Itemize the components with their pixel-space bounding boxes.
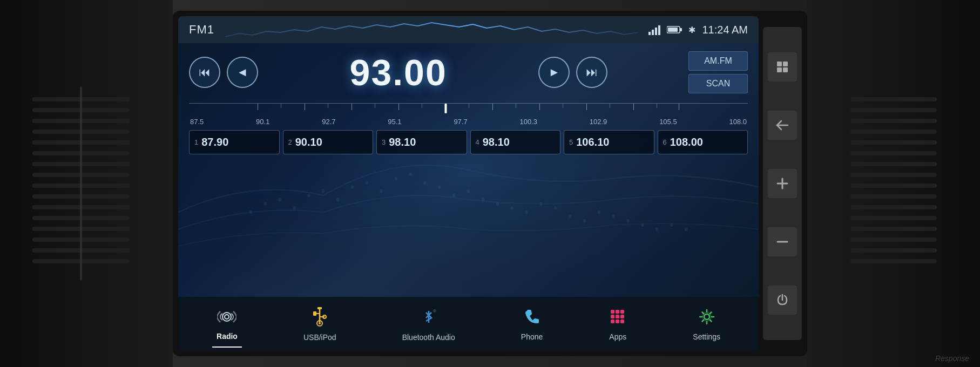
preset-1-num: 1 xyxy=(192,138,198,146)
svg-line-119 xyxy=(702,320,704,322)
playback-controls: ⏮ ◄ 93.00 ► ⏭ AM.FM SCAN xyxy=(189,51,748,93)
preset-2-num: 2 xyxy=(286,138,292,146)
power-button[interactable] xyxy=(768,286,797,315)
bluetooth-status-icon: ✱ xyxy=(688,25,695,35)
svg-rect-34 xyxy=(680,28,682,31)
svg-line-117 xyxy=(709,320,711,322)
svg-point-65 xyxy=(655,228,658,231)
preset-3[interactable]: 3 98.10 xyxy=(376,130,467,154)
nav-apps[interactable]: Apps xyxy=(600,305,635,344)
svg-rect-120 xyxy=(777,62,782,66)
nav-usb[interactable]: USB/iPod xyxy=(295,304,344,344)
back-button[interactable] xyxy=(768,111,797,140)
bottom-navigation: Radio xyxy=(178,297,759,351)
phone-icon xyxy=(523,308,541,330)
volume-up-button[interactable] xyxy=(768,169,797,198)
svg-rect-30 xyxy=(850,237,937,242)
usb-icon xyxy=(312,307,328,330)
previous-button[interactable]: ◄ xyxy=(227,57,258,88)
svg-rect-25 xyxy=(850,184,937,188)
freq-marker-3: 95.1 xyxy=(388,118,401,126)
watermark: Response xyxy=(935,354,969,363)
forward-button[interactable]: ⏭ xyxy=(576,57,607,88)
svg-rect-121 xyxy=(783,62,788,66)
nav-radio[interactable]: Radio xyxy=(208,305,246,343)
nav-phone[interactable]: Phone xyxy=(513,305,551,344)
rewind-button[interactable]: ⏮ xyxy=(189,57,220,88)
svg-point-38 xyxy=(264,202,267,206)
am-fm-button[interactable]: AM.FM xyxy=(688,51,748,71)
svg-rect-103 xyxy=(620,310,624,314)
nav-settings[interactable]: Settings xyxy=(685,305,728,344)
settings-icon xyxy=(698,308,716,330)
svg-rect-93 xyxy=(313,311,316,316)
svg-rect-109 xyxy=(620,320,624,323)
svg-rect-21 xyxy=(850,140,937,145)
status-icons: ✱ 11:24 AM xyxy=(648,24,748,36)
preset-5[interactable]: 5 106.10 xyxy=(564,130,654,154)
svg-rect-105 xyxy=(616,315,619,318)
side-panel xyxy=(763,27,802,340)
preset-5-num: 5 xyxy=(567,138,573,146)
nav-bluetooth[interactable]: ® Bluetooth Audio xyxy=(394,304,463,344)
freq-marker-5: 100.3 xyxy=(519,118,537,126)
svg-rect-29 xyxy=(850,227,937,231)
freq-marker-2: 92.7 xyxy=(322,118,335,126)
mode-buttons: AM.FM SCAN xyxy=(688,51,748,93)
center-unit: FM1 xyxy=(173,11,807,356)
preset-6[interactable]: 6 108.00 xyxy=(658,130,748,154)
svg-rect-35 xyxy=(668,28,678,32)
freq-marker-0: 87.5 xyxy=(190,118,204,126)
apps-icon xyxy=(609,308,627,330)
preset-3-num: 3 xyxy=(380,138,386,146)
svg-line-118 xyxy=(709,312,711,314)
signal-icon xyxy=(648,24,660,35)
freq-marker-7: 105.5 xyxy=(659,118,677,126)
scan-button[interactable]: SCAN xyxy=(688,74,748,93)
preset-4-freq: 98.10 xyxy=(483,136,510,148)
svg-point-67 xyxy=(685,228,687,231)
nav-radio-label: Radio xyxy=(217,332,238,341)
nav-usb-label: USB/iPod xyxy=(303,333,336,342)
svg-rect-90 xyxy=(317,307,322,309)
grid-button[interactable] xyxy=(768,52,797,81)
frequency-scale: 87.5 90.1 92.7 95.1 97.7 100.3 102.9 105… xyxy=(189,99,748,126)
svg-rect-18 xyxy=(850,108,937,112)
svg-point-63 xyxy=(626,219,629,222)
svg-rect-20 xyxy=(850,130,937,134)
preset-1-freq: 87.90 xyxy=(201,136,228,148)
nav-phone-label: Phone xyxy=(521,332,543,341)
nav-bluetooth-label: Bluetooth Audio xyxy=(402,333,455,342)
svg-rect-102 xyxy=(616,310,619,314)
svg-point-44 xyxy=(351,185,354,188)
freq-marker-6: 102.9 xyxy=(590,118,607,126)
svg-rect-108 xyxy=(616,320,619,323)
svg-point-46 xyxy=(380,189,383,193)
preset-2[interactable]: 2 90.10 xyxy=(283,130,374,154)
svg-point-52 xyxy=(467,189,470,193)
nav-apps-label: Apps xyxy=(609,332,626,341)
radio-main: ⏮ ◄ 93.00 ► ⏭ AM.FM SCAN xyxy=(178,43,759,297)
frequency-display: 93.00 xyxy=(339,51,458,93)
left-vent xyxy=(0,0,173,367)
svg-point-48 xyxy=(409,173,411,176)
svg-point-40 xyxy=(293,206,295,209)
svg-rect-17 xyxy=(850,97,937,101)
svg-point-62 xyxy=(612,215,615,218)
volume-down-button[interactable] xyxy=(768,227,797,256)
preset-4[interactable]: 4 98.10 xyxy=(470,130,561,154)
svg-point-110 xyxy=(704,314,709,320)
preset-1[interactable]: 1 87.90 xyxy=(189,130,280,154)
nav-settings-label: Settings xyxy=(693,332,720,341)
svg-rect-26 xyxy=(850,194,937,199)
svg-point-88 xyxy=(222,312,231,321)
right-vent: Response xyxy=(807,0,980,367)
radio-icon xyxy=(217,308,236,329)
svg-point-59 xyxy=(569,215,571,218)
svg-rect-23 xyxy=(850,162,937,166)
svg-rect-106 xyxy=(620,315,624,318)
play-button[interactable]: ► xyxy=(538,57,570,88)
svg-line-116 xyxy=(702,312,704,314)
right-controls: ► ⏭ xyxy=(538,57,607,88)
svg-rect-87 xyxy=(445,104,447,113)
